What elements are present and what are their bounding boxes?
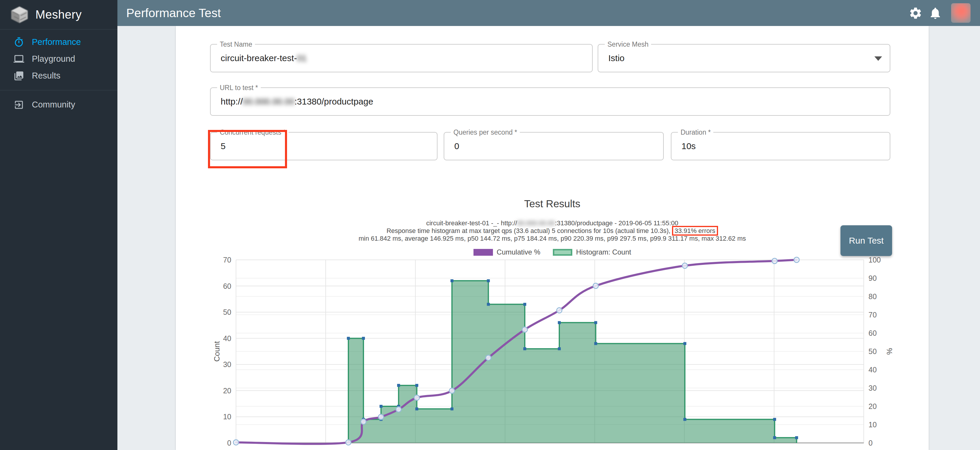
settings-gear-icon[interactable] xyxy=(908,6,923,20)
user-avatar[interactable] xyxy=(951,3,970,23)
page-title: Performance Test xyxy=(126,6,221,20)
service-mesh-select[interactable]: Service Mesh Istio xyxy=(598,44,890,72)
stopwatch-icon xyxy=(14,37,24,48)
svg-text:50: 50 xyxy=(223,308,231,316)
duration-label: Duration * xyxy=(678,128,713,136)
svg-text:20: 20 xyxy=(869,402,877,410)
url-value-prefix: http:// xyxy=(221,97,243,107)
qps-value: 0 xyxy=(454,141,459,151)
svg-text:90: 90 xyxy=(869,274,877,282)
url-value-blurred: 00.000.00.00 xyxy=(243,97,294,107)
results-title: Test Results xyxy=(176,198,929,210)
avatar-blurred-image xyxy=(951,3,970,23)
brand-name: Meshery xyxy=(35,8,82,21)
concurrent-requests-label: Concurrent requests * xyxy=(217,128,288,136)
laptop-icon xyxy=(14,54,24,64)
duration-field[interactable]: Duration * 10s xyxy=(671,132,890,160)
svg-text:40: 40 xyxy=(223,334,231,343)
concurrent-requests-value: 5 xyxy=(221,141,226,151)
brand[interactable]: Meshery xyxy=(0,0,118,30)
svg-text:60: 60 xyxy=(223,282,231,290)
sidebar-item-performance[interactable]: Performance xyxy=(0,34,118,51)
svg-text:30: 30 xyxy=(223,360,231,369)
svg-text:0: 0 xyxy=(869,439,873,447)
error-rate-highlight: 33.91% errors xyxy=(672,226,718,236)
results-collections-icon xyxy=(14,70,24,81)
results-line1-blurred: 00.000.00.00 xyxy=(517,219,555,227)
main-content: Test Name circuit-breaker-test-01 Servic… xyxy=(118,26,980,450)
sidebar-item-playground[interactable]: Playground xyxy=(0,51,118,67)
sidebar-item-label: Results xyxy=(32,71,60,81)
svg-text:80: 80 xyxy=(869,292,877,301)
sidebar-item-results[interactable]: Results xyxy=(0,67,118,84)
url-value-suffix: :31380/productpage xyxy=(294,97,373,107)
service-mesh-value: Istio xyxy=(608,53,625,63)
sidebar: Meshery Performance Playground Results C… xyxy=(0,0,118,450)
svg-text:Count: Count xyxy=(212,341,221,362)
notifications-bell-icon[interactable] xyxy=(928,6,942,20)
svg-text:%: % xyxy=(885,348,894,354)
qps-label: Queries per second * xyxy=(451,128,520,136)
qps-field[interactable]: Queries per second * 0 xyxy=(444,132,664,160)
duration-value: 10s xyxy=(681,141,695,151)
sidebar-nav: Performance Playground Results Community xyxy=(0,30,118,113)
svg-text:30: 30 xyxy=(869,384,877,392)
meshery-logo-icon xyxy=(10,6,29,24)
service-mesh-label: Service Mesh xyxy=(605,40,651,48)
meshery-app: { "sidebar": { "brand": "Meshery", "item… xyxy=(0,0,980,450)
chevron-down-icon[interactable] xyxy=(874,56,882,61)
results-summary: circuit-breaker-test-01 -_- http://00.00… xyxy=(176,219,929,243)
test-name-field[interactable]: Test Name circuit-breaker-test-01 xyxy=(210,44,593,72)
app-header: Performance Test xyxy=(118,0,980,26)
svg-text:10: 10 xyxy=(869,420,877,429)
results-line-2: Response time histogram at max target qp… xyxy=(176,227,929,235)
svg-text:10: 10 xyxy=(223,413,231,421)
results-histogram-chart: 7060504030201001009080706050403020100Cou… xyxy=(176,254,929,450)
svg-text:100: 100 xyxy=(869,256,881,264)
exit-to-app-icon xyxy=(14,99,24,110)
results-line-1: circuit-breaker-test-01 -_- http://00.00… xyxy=(176,219,929,227)
results-line-3: min 61.842 ms, average 146.925 ms, p50 1… xyxy=(176,235,929,242)
test-name-value-blurred: 01 xyxy=(297,53,307,63)
url-label: URL to test * xyxy=(217,84,261,92)
svg-text:70: 70 xyxy=(869,311,877,319)
svg-text:20: 20 xyxy=(223,386,231,395)
svg-text:50: 50 xyxy=(869,347,877,356)
url-field[interactable]: URL to test * http://00.000.00.00:31380/… xyxy=(210,88,890,116)
sidebar-item-community[interactable]: Community xyxy=(0,96,118,113)
svg-text:70: 70 xyxy=(223,256,231,264)
sidebar-item-label: Performance xyxy=(32,37,81,47)
test-name-label: Test Name xyxy=(217,40,255,48)
svg-text:40: 40 xyxy=(869,365,877,374)
performance-test-card: Test Name circuit-breaker-test-01 Servic… xyxy=(176,26,929,450)
svg-text:60: 60 xyxy=(869,329,877,337)
test-name-value: circuit-breaker-test- xyxy=(221,53,297,63)
sidebar-item-label: Community xyxy=(32,100,75,110)
sidebar-item-label: Playground xyxy=(32,54,75,64)
svg-text:0: 0 xyxy=(227,439,231,447)
concurrent-requests-field[interactable]: Concurrent requests * 5 xyxy=(210,132,438,160)
